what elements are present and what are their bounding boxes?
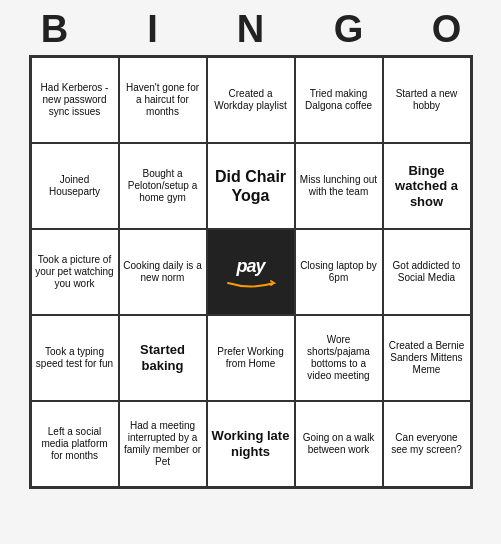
cell-7: Did Chair Yoga bbox=[207, 143, 295, 229]
cell-text-0: Had Kerberos - new password sync issues bbox=[35, 61, 115, 139]
cell-12: pay bbox=[207, 229, 295, 315]
amazon-arrow-icon bbox=[226, 278, 276, 288]
cell-5: Joined Houseparty bbox=[31, 143, 119, 229]
cell-text-5: Joined Houseparty bbox=[35, 147, 115, 225]
cell-text-6: Bought a Peloton/setup a home gym bbox=[123, 147, 203, 225]
cell-16: Started baking bbox=[119, 315, 207, 401]
cell-text-9: Binge watched a show bbox=[387, 147, 467, 225]
cell-text-11: Cooking daily is a new norm bbox=[123, 233, 203, 311]
cell-13: Closing laptop by 6pm bbox=[295, 229, 383, 315]
amazon-pay-text: pay bbox=[236, 256, 264, 278]
cell-8: Miss lunching out with the team bbox=[295, 143, 383, 229]
cell-19: Created a Bernie Sanders Mittens Meme bbox=[383, 315, 471, 401]
letter-n: N bbox=[207, 8, 295, 51]
cell-text-8: Miss lunching out with the team bbox=[299, 147, 379, 225]
cell-18: Wore shorts/pajama bottoms to a video me… bbox=[295, 315, 383, 401]
cell-text-24: Can everyone see my screen? bbox=[387, 405, 467, 483]
cell-22: Working late nights bbox=[207, 401, 295, 487]
cell-text-18: Wore shorts/pajama bottoms to a video me… bbox=[299, 319, 379, 397]
letter-i: I bbox=[109, 8, 197, 51]
cell-6: Bought a Peloton/setup a home gym bbox=[119, 143, 207, 229]
cell-1: Haven't gone for a haircut for months bbox=[119, 57, 207, 143]
cell-text-14: Got addicted to Social Media bbox=[387, 233, 467, 311]
cell-0: Had Kerberos - new password sync issues bbox=[31, 57, 119, 143]
letter-b: B bbox=[11, 8, 99, 51]
cell-text-13: Closing laptop by 6pm bbox=[299, 233, 379, 311]
cell-11: Cooking daily is a new norm bbox=[119, 229, 207, 315]
cell-text-20: Left a social media platform for months bbox=[35, 405, 115, 483]
bingo-title: B I N G O bbox=[6, 0, 496, 55]
amazon-pay-logo: pay bbox=[226, 256, 276, 288]
cell-text-15: Took a typing speed test for fun bbox=[35, 319, 115, 397]
cell-text-21: Had a meeting interrupted by a family me… bbox=[123, 405, 203, 483]
cell-text-2: Created a Workday playlist bbox=[211, 61, 291, 139]
cell-9: Binge watched a show bbox=[383, 143, 471, 229]
cell-text-10: Took a picture of your pet watching you … bbox=[35, 233, 115, 311]
cell-23: Going on a walk between work bbox=[295, 401, 383, 487]
cell-17: Prefer Working from Home bbox=[207, 315, 295, 401]
cell-text-7: Did Chair Yoga bbox=[211, 147, 291, 225]
cell-20: Left a social media platform for months bbox=[31, 401, 119, 487]
cell-text-19: Created a Bernie Sanders Mittens Meme bbox=[387, 319, 467, 397]
cell-text-4: Started a new hobby bbox=[387, 61, 467, 139]
cell-text-16: Started baking bbox=[123, 319, 203, 397]
cell-2: Created a Workday playlist bbox=[207, 57, 295, 143]
cell-24: Can everyone see my screen? bbox=[383, 401, 471, 487]
cell-3: Tried making Dalgona coffee bbox=[295, 57, 383, 143]
cell-text-23: Going on a walk between work bbox=[299, 405, 379, 483]
cell-4: Started a new hobby bbox=[383, 57, 471, 143]
bingo-grid: Had Kerberos - new password sync issuesH… bbox=[29, 55, 473, 489]
cell-text-3: Tried making Dalgona coffee bbox=[299, 61, 379, 139]
cell-14: Got addicted to Social Media bbox=[383, 229, 471, 315]
cell-10: Took a picture of your pet watching you … bbox=[31, 229, 119, 315]
cell-text-17: Prefer Working from Home bbox=[211, 319, 291, 397]
cell-text-1: Haven't gone for a haircut for months bbox=[123, 61, 203, 139]
letter-o: O bbox=[403, 8, 491, 51]
cell-21: Had a meeting interrupted by a family me… bbox=[119, 401, 207, 487]
letter-g: G bbox=[305, 8, 393, 51]
cell-15: Took a typing speed test for fun bbox=[31, 315, 119, 401]
cell-text-22: Working late nights bbox=[211, 405, 291, 483]
